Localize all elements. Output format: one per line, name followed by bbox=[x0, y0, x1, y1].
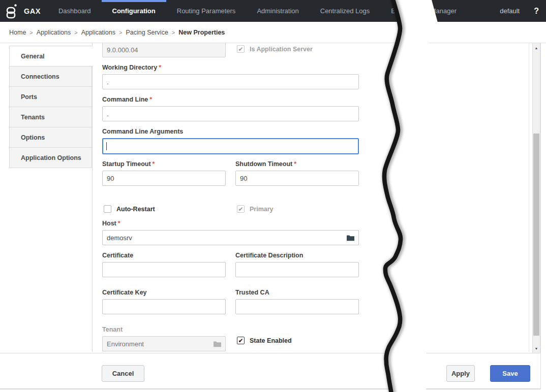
certificate-key-input[interactable] bbox=[102, 299, 226, 314]
breadcrumb-separator: > bbox=[168, 29, 178, 36]
nav-item-configuration[interactable]: Configuration bbox=[102, 0, 166, 22]
auto-restart-checkbox[interactable]: Auto-Restart bbox=[102, 205, 226, 213]
working-directory-label: Working Directory* bbox=[102, 64, 359, 72]
nav-item-routing-parameters[interactable]: Routing Parameters bbox=[166, 0, 247, 22]
tab-application-options[interactable]: Application Options bbox=[10, 148, 92, 168]
breadcrumb-separator: > bbox=[26, 29, 36, 36]
scroll-up-arrow[interactable]: ▲ bbox=[533, 44, 540, 51]
state-enabled-checkbox[interactable]: ✔ State Enabled bbox=[235, 337, 359, 344]
is-application-server-checkbox: ✔ Is Application Server bbox=[235, 45, 359, 53]
host-label: Host* bbox=[102, 220, 359, 227]
startup-timeout-label: Startup Timeout* bbox=[102, 160, 226, 168]
host-input[interactable] bbox=[102, 230, 359, 245]
breadcrumb-separator: > bbox=[115, 29, 126, 36]
form-section-tabs: General Connections Ports Tenants Option… bbox=[9, 46, 92, 168]
shutdown-timeout-label: Shutdown Timeout* bbox=[235, 160, 359, 168]
command-line-arguments-label: Command Line Arguments bbox=[102, 128, 359, 136]
checkbox-icon[interactable] bbox=[104, 205, 111, 213]
certificate-description-label: Certificate Description bbox=[235, 252, 359, 259]
command-line-input[interactable] bbox=[102, 106, 359, 121]
trusted-ca-input[interactable] bbox=[235, 299, 359, 314]
text-caret bbox=[106, 142, 107, 150]
tab-general[interactable]: General bbox=[10, 46, 93, 67]
primary-checkbox: ✔ Primary bbox=[235, 205, 359, 213]
nav-item-engagement-manager[interactable]: Engagement Manager bbox=[380, 0, 467, 22]
nav-item-administration[interactable]: Administration bbox=[246, 0, 309, 22]
working-directory-input[interactable] bbox=[102, 74, 359, 89]
tab-options[interactable]: Options bbox=[10, 127, 92, 148]
certificate-label: Certificate bbox=[102, 252, 226, 259]
scroll-down-arrow[interactable]: ▼ bbox=[533, 345, 540, 352]
general-form-panel: ✔ Is Application Server Working Director… bbox=[92, 43, 529, 352]
form-footer: Cancel Apply Save bbox=[0, 353, 540, 389]
tab-connections[interactable]: Connections bbox=[10, 67, 92, 87]
trusted-ca-label: Trusted CA bbox=[235, 289, 359, 297]
cancel-button[interactable]: Cancel bbox=[102, 365, 144, 382]
version-input bbox=[102, 43, 226, 57]
brand-label: GAX bbox=[23, 0, 48, 22]
tenant-selector[interactable]: default bbox=[500, 7, 534, 15]
shutdown-timeout-input[interactable] bbox=[235, 171, 359, 186]
nav-item-dashboard[interactable]: Dashboard bbox=[48, 0, 102, 22]
command-line-arguments-input[interactable] bbox=[102, 138, 359, 154]
vertical-scrollbar[interactable]: ▲ ▼ bbox=[532, 43, 540, 353]
breadcrumb-applications-2[interactable]: Applications bbox=[81, 29, 115, 36]
top-nav: GAX Dashboard Configuration Routing Para… bbox=[0, 0, 546, 22]
checkbox-icon: ✔ bbox=[237, 205, 245, 213]
certificate-key-label: Certificate Key bbox=[102, 289, 226, 297]
gax-logo-icon[interactable] bbox=[0, 0, 23, 22]
nav-item-centralized-logs[interactable]: Centralized Logs bbox=[310, 0, 381, 22]
tab-tenants[interactable]: Tenants bbox=[10, 107, 92, 127]
tenant-label: Tenant bbox=[102, 326, 226, 334]
certificate-description-input[interactable] bbox=[235, 262, 359, 277]
tenant-input bbox=[102, 336, 226, 351]
tab-ports[interactable]: Ports bbox=[10, 87, 92, 107]
browse-folder-icon-disabled bbox=[213, 340, 222, 347]
breadcrumb-pacing-service[interactable]: Pacing Service bbox=[126, 29, 168, 36]
checkbox-icon: ✔ bbox=[237, 45, 245, 53]
breadcrumb-separator: > bbox=[71, 29, 81, 36]
breadcrumb-home[interactable]: Home bbox=[9, 29, 26, 36]
startup-timeout-input[interactable] bbox=[102, 171, 226, 186]
scrollbar-thumb[interactable] bbox=[533, 134, 539, 336]
command-line-label: Command Line* bbox=[102, 96, 359, 104]
certificate-input[interactable] bbox=[102, 262, 226, 277]
breadcrumb-current-page: New Properties bbox=[178, 29, 225, 36]
checkbox-icon[interactable]: ✔ bbox=[237, 337, 245, 344]
browse-folder-icon[interactable] bbox=[346, 234, 355, 241]
content-right-border bbox=[540, 43, 541, 389]
help-icon[interactable]: ? bbox=[534, 7, 546, 16]
apply-button[interactable]: Apply bbox=[446, 365, 475, 382]
save-button[interactable]: Save bbox=[490, 365, 530, 382]
breadcrumb-applications-1[interactable]: Applications bbox=[37, 29, 71, 36]
page-bottom-border bbox=[0, 389, 540, 389]
breadcrumb: Home > Applications > Applications > Pac… bbox=[0, 22, 546, 43]
